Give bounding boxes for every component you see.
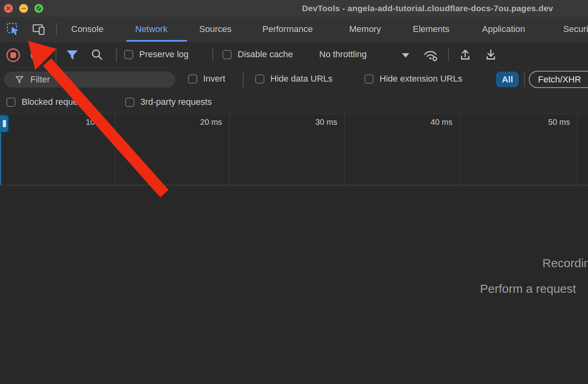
timeline-tick-label: 50 ms bbox=[534, 118, 570, 127]
funnel-icon bbox=[15, 76, 24, 84]
drag-handle-grip bbox=[3, 120, 6, 127]
tab-memory[interactable]: Memory bbox=[349, 17, 381, 42]
network-overview-timeline[interactable]: 10 ms 20 ms 30 ms 40 ms 50 ms bbox=[0, 114, 588, 186]
throttling-select[interactable]: No throttling bbox=[319, 49, 367, 60]
minimize-button[interactable] bbox=[19, 4, 28, 13]
toolbar-separator bbox=[448, 48, 449, 62]
tabbar-separator bbox=[56, 23, 57, 36]
timeline-selection-edge bbox=[0, 132, 1, 185]
request-filters-bar: Blocked requests 3rd-party requests bbox=[0, 91, 588, 114]
inspect-element-button[interactable] bbox=[6, 22, 21, 37]
close-icon bbox=[4, 4, 13, 13]
clear-icon bbox=[30, 48, 44, 62]
toolbar-separator bbox=[56, 48, 56, 62]
timeline-gridline bbox=[577, 114, 578, 186]
tab-application[interactable]: Application bbox=[482, 17, 525, 42]
hide-data-urls-label: Hide data URLs bbox=[270, 74, 332, 84]
blocked-requests-checkbox[interactable] bbox=[6, 98, 16, 107]
filter-separator bbox=[524, 72, 525, 87]
filter-chip-all[interactable]: All bbox=[496, 72, 519, 87]
title-bar: DevTools - angela-add-tutorial.cloudflar… bbox=[0, 0, 588, 17]
blocked-requests-label: Blocked requests bbox=[22, 97, 89, 107]
zoom-button[interactable] bbox=[34, 4, 43, 13]
filter-toggle-button[interactable] bbox=[65, 48, 80, 62]
toolbar-separator bbox=[212, 48, 213, 62]
network-toolbar: Preserve log Disable cache No throttling bbox=[0, 42, 588, 68]
import-har-button[interactable] bbox=[458, 48, 473, 62]
empty-state-hint-text: Perform a request bbox=[480, 282, 576, 296]
upload-icon bbox=[458, 48, 472, 62]
devtools-tabbar: Console Network Sources Performance Memo… bbox=[0, 17, 588, 42]
inspect-cursor-icon bbox=[6, 22, 21, 37]
tab-network[interactable]: Network bbox=[135, 17, 168, 42]
empty-state-recording-text: Recording bbox=[542, 256, 588, 270]
tab-performance[interactable]: Performance bbox=[262, 17, 313, 42]
filter-input[interactable] bbox=[30, 73, 166, 86]
search-icon bbox=[90, 48, 105, 62]
preserve-log-checkbox[interactable] bbox=[124, 50, 133, 59]
hide-data-urls-checkbox[interactable] bbox=[255, 74, 264, 84]
close-button[interactable] bbox=[4, 4, 13, 13]
timeline-gridline bbox=[115, 114, 115, 186]
filter-input-pill[interactable] bbox=[4, 72, 175, 88]
timeline-tick-label: 10 ms bbox=[72, 118, 108, 127]
hide-extension-urls-checkbox[interactable] bbox=[364, 74, 374, 84]
chevron-down-icon[interactable] bbox=[402, 53, 409, 58]
fullscreen-icon bbox=[34, 4, 43, 13]
tab-sources[interactable]: Sources bbox=[199, 17, 232, 42]
timeline-gridline bbox=[460, 114, 460, 186]
devtools-window: DevTools - angela-add-tutorial.cloudflar… bbox=[0, 0, 588, 384]
filter-chip-fetch-xhr[interactable]: Fetch/XHR bbox=[529, 71, 588, 88]
invert-checkbox[interactable] bbox=[188, 74, 197, 84]
tab-elements[interactable]: Elements bbox=[413, 17, 450, 42]
selected-tab-underline bbox=[126, 40, 187, 42]
timeline-drag-handle[interactable] bbox=[0, 115, 9, 132]
toolbar-separator bbox=[116, 48, 117, 62]
tab-console[interactable]: Console bbox=[71, 17, 104, 42]
timeline-gridline bbox=[344, 114, 345, 186]
disable-cache-label: Disable cache bbox=[238, 49, 293, 60]
filter-bar: Invert Hide data URLs Hide extension URL… bbox=[0, 68, 588, 91]
timeline-tick-label: 30 ms bbox=[301, 118, 337, 127]
record-stop-icon bbox=[6, 48, 21, 63]
timeline-gridline bbox=[229, 114, 230, 186]
invert-label: Invert bbox=[203, 74, 225, 84]
window-title: DevTools - angela-add-tutorial.cloudflar… bbox=[302, 4, 553, 13]
hide-extension-urls-label: Hide extension URLs bbox=[380, 74, 462, 84]
timeline-tick-label: 20 ms bbox=[186, 118, 222, 127]
search-button[interactable] bbox=[90, 48, 105, 62]
filter-separator bbox=[243, 72, 244, 87]
download-icon bbox=[484, 48, 498, 62]
device-toolbar-button[interactable] bbox=[32, 22, 46, 37]
record-stop-button[interactable] bbox=[6, 48, 20, 62]
third-party-requests-label: 3rd-party requests bbox=[140, 97, 212, 107]
network-conditions-button[interactable] bbox=[423, 48, 440, 62]
disable-cache-checkbox[interactable] bbox=[222, 50, 232, 59]
minimize-icon bbox=[19, 4, 28, 13]
preserve-log-label: Preserve log bbox=[139, 49, 189, 60]
network-conditions-icon bbox=[423, 48, 440, 63]
export-har-button[interactable] bbox=[484, 48, 498, 62]
clear-button[interactable] bbox=[30, 48, 44, 62]
filter-funnel-icon bbox=[65, 48, 80, 62]
device-toolbar-icon bbox=[32, 22, 46, 37]
timeline-tick-label: 40 ms bbox=[416, 118, 452, 127]
third-party-requests-checkbox[interactable] bbox=[125, 98, 134, 107]
tab-security[interactable]: Security bbox=[563, 17, 588, 42]
